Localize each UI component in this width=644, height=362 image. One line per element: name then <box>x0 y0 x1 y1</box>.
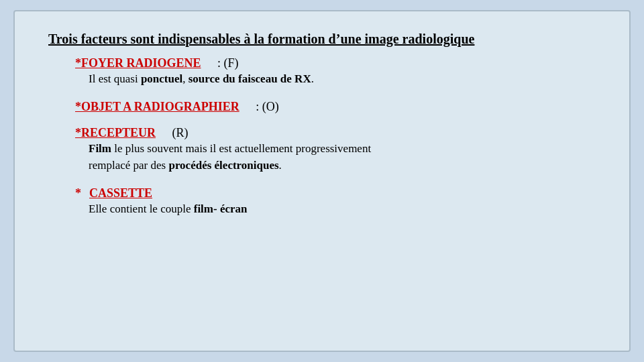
foyer-header: *FOYER RADIOGENE <box>75 56 201 70</box>
cassette-film-ecran: film- écran <box>194 202 248 215</box>
cassette-header: CASSETTE <box>89 186 152 200</box>
cassette-desc: Elle contient le couple film- écran <box>89 200 602 218</box>
section-cassette: * CASSETTE Elle contient le couple film-… <box>75 186 602 218</box>
objet-header: *OBJET A RADIOGRAPHIER <box>75 100 239 113</box>
objet-suffix: : (O) <box>253 100 279 113</box>
objet-header-line: *OBJET A RADIOGRAPHIER : (O) <box>75 100 602 114</box>
recepteur-suffix: (R) <box>169 126 189 139</box>
recepteur-film: Film <box>89 142 111 155</box>
recepteur-procedes: procédés électroniques <box>168 159 278 172</box>
foyer-header-line: *FOYER RADIOGENE : (F) <box>75 56 602 70</box>
cassette-star: * <box>75 186 81 200</box>
content-block: *FOYER RADIOGENE : (F) Il est quasi ponc… <box>75 56 602 229</box>
recepteur-desc: Film le plus souvent mais il est actuell… <box>89 140 602 174</box>
slide-container: Trois facteurs sont indispensables à la … <box>13 10 631 352</box>
section-objet: *OBJET A RADIOGRAPHIER : (O) <box>75 100 602 114</box>
recepteur-header-line: *RECEPTEUR (R) <box>75 126 602 140</box>
foyer-ponctuel: ponctuel <box>141 72 182 85</box>
foyer-source: source du faisceau de RX <box>189 72 311 85</box>
cassette-header-line: * CASSETTE <box>75 186 602 200</box>
recepteur-header: *RECEPTEUR <box>75 126 156 139</box>
section-foyer: *FOYER RADIOGENE : (F) Il est quasi ponc… <box>75 56 602 88</box>
foyer-suffix: : (F) <box>215 56 239 70</box>
main-title: Trois facteurs sont indispensables à la … <box>48 32 602 47</box>
foyer-desc: Il est quasi ponctuel, source du faiscea… <box>89 70 602 88</box>
section-recepteur: *RECEPTEUR (R) Film le plus souvent mais… <box>75 126 602 174</box>
